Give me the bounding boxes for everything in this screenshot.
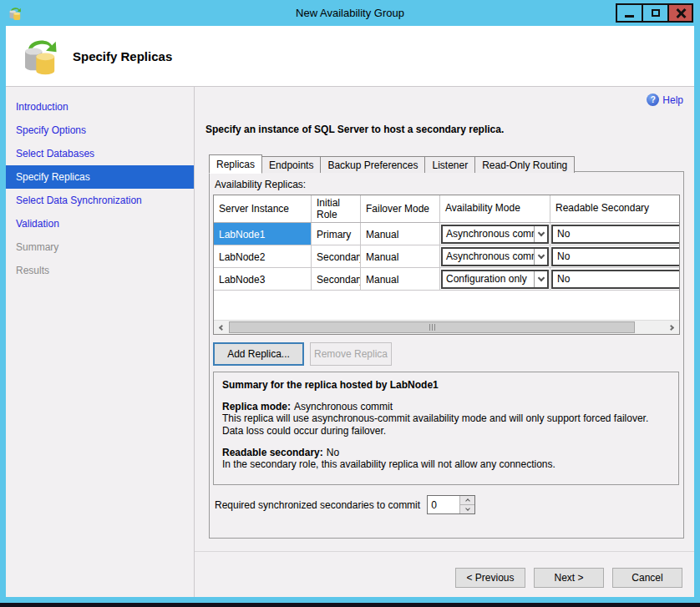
dropdown-value: Asynchronous commit (443, 249, 534, 265)
tab-backup-preferences[interactable]: Backup Preferences (320, 156, 425, 173)
cell-server-instance[interactable]: LabNode1 (214, 223, 312, 245)
chevron-down-icon[interactable] (534, 226, 547, 242)
replicas-tab-panel: Availability Replicas: Server Instance I… (209, 171, 684, 539)
maximize-icon (652, 9, 660, 17)
minimize-button[interactable] (616, 3, 642, 23)
wizard-page-content: Help Specify an instance of SQL Server t… (195, 87, 694, 551)
required-secondaries-spinner (427, 495, 475, 514)
availability-replicas-label: Availability Replicas: (215, 179, 680, 190)
sidebar-item-validation[interactable]: Validation (6, 212, 194, 235)
col-header-failover-mode: Failover Mode (361, 195, 440, 222)
scroll-right-arrow[interactable] (665, 321, 679, 334)
wizard-footer: < Previous Next > Cancel (195, 551, 694, 597)
cell-failover-mode[interactable]: Manual (361, 245, 440, 267)
readable-secondary-description: In the secondary role, this availability… (222, 458, 670, 471)
cell-server-instance[interactable]: LabNode2 (214, 245, 312, 267)
previous-button[interactable]: < Previous (455, 568, 525, 588)
required-secondaries-label: Required synchronized secondaries to com… (215, 499, 420, 511)
grid-row-labnode2[interactable]: LabNode2 Secondary Manual Asynchronous c… (214, 245, 679, 268)
dropdown-value: Asynchronous commit (443, 226, 534, 242)
sidebar-item-select-data-synchronization[interactable]: Select Data Synchronization (6, 189, 194, 212)
availability-mode-dropdown[interactable]: Configuration only (441, 270, 549, 289)
wizard-steps-sidebar: Introduction Specify Options Select Data… (6, 87, 195, 597)
required-secondaries-input[interactable] (428, 496, 459, 513)
col-header-availability-mode: Availability Mode (440, 195, 550, 222)
sidebar-item-results: Results (6, 259, 194, 282)
sidebar-item-introduction[interactable]: Introduction (6, 95, 194, 119)
sidebar-item-specify-replicas[interactable]: Specify Replicas (6, 165, 194, 189)
sidebar-item-specify-options[interactable]: Specify Options (6, 119, 194, 142)
cell-initial-role[interactable]: Secondary (312, 268, 361, 290)
replica-mode-value: Asynchronous commit (294, 401, 393, 412)
replica-mode-label: Replica mode: (222, 401, 291, 412)
help-icon (647, 94, 659, 106)
next-button[interactable]: Next > (534, 568, 604, 588)
grid-empty-area (214, 291, 679, 320)
cell-server-instance[interactable]: LabNode3 (214, 268, 312, 290)
spinner-up-button[interactable] (460, 496, 474, 504)
col-header-initial-role: Initial Role (312, 195, 361, 222)
sidebar-item-select-databases[interactable]: Select Databases (6, 142, 194, 165)
tab-read-only-routing[interactable]: Read-Only Routing (474, 156, 575, 173)
tab-endpoints[interactable]: Endpoints (261, 156, 321, 173)
readable-secondary-value: No (327, 447, 339, 458)
sidebar-item-summary: Summary (6, 235, 194, 259)
tab-replicas[interactable]: Replicas (209, 154, 262, 174)
chevron-down-icon[interactable] (534, 271, 547, 287)
availability-replicas-grid: Server Instance Initial Role Failover Mo… (213, 195, 680, 335)
col-header-server-instance: Server Instance (214, 195, 312, 222)
col-header-readable-secondary: Readable Secondary (550, 195, 679, 222)
add-replica-button[interactable]: Add Replica... (213, 342, 304, 366)
replica-summary-panel: Summary for the replica hosted by LabNod… (213, 372, 679, 485)
help-link[interactable]: Help (647, 94, 683, 106)
cell-failover-mode[interactable]: Manual (361, 223, 440, 245)
replicas-database-sync-icon (19, 34, 61, 78)
close-button[interactable] (667, 3, 693, 23)
availability-group-icon (8, 6, 23, 21)
help-label: Help (662, 94, 683, 106)
grid-row-labnode1[interactable]: LabNode1 Primary Manual Asynchronous com… (214, 223, 679, 245)
tab-listener[interactable]: Listener (424, 156, 475, 173)
readable-secondary-dropdown[interactable]: No (551, 225, 679, 244)
scroll-left-arrow[interactable] (214, 321, 228, 334)
remove-replica-button: Remove Replica (310, 342, 392, 366)
dialog-window: New Availability Group Specify Replicas … (0, 0, 700, 603)
cancel-button[interactable]: Cancel (612, 568, 682, 588)
dropdown-value: Configuration only (443, 271, 534, 287)
chevron-down-icon[interactable] (534, 249, 547, 265)
instruction-text: Specify an instance of SQL Server to hos… (205, 124, 504, 135)
scrollbar-thumb[interactable] (229, 321, 635, 333)
maximize-button[interactable] (642, 3, 667, 23)
horizontal-scrollbar[interactable] (214, 320, 679, 334)
wizard-header: Specify Replicas (6, 26, 694, 87)
availability-mode-dropdown[interactable]: Asynchronous commit (441, 225, 549, 244)
window-title: New Availability Group (0, 7, 700, 19)
titlebar[interactable]: New Availability Group (0, 0, 700, 26)
readable-secondary-label: Readable secondary: (222, 447, 323, 458)
grid-row-labnode3[interactable]: LabNode3 Secondary Manual Configuration … (214, 268, 679, 291)
cell-initial-role[interactable]: Primary (312, 223, 361, 245)
summary-title: Summary for the replica hosted by LabNod… (222, 379, 670, 391)
readable-secondary-dropdown[interactable]: No (551, 247, 679, 266)
grid-header-row: Server Instance Initial Role Failover Mo… (214, 195, 679, 223)
page-title: Specify Replicas (73, 49, 172, 63)
tab-strip: Replicas Endpoints Backup Preferences Li… (209, 154, 574, 173)
cell-initial-role[interactable]: Secondary (312, 245, 361, 267)
close-icon (676, 8, 686, 18)
minimize-icon (625, 15, 634, 18)
cell-failover-mode[interactable]: Manual (361, 268, 440, 290)
availability-mode-dropdown[interactable]: Asynchronous commit (441, 247, 549, 266)
readable-secondary-dropdown[interactable]: No (551, 270, 679, 289)
replica-mode-description: This replica will use asynchronous-commi… (222, 412, 670, 437)
spinner-down-button[interactable] (460, 504, 474, 513)
